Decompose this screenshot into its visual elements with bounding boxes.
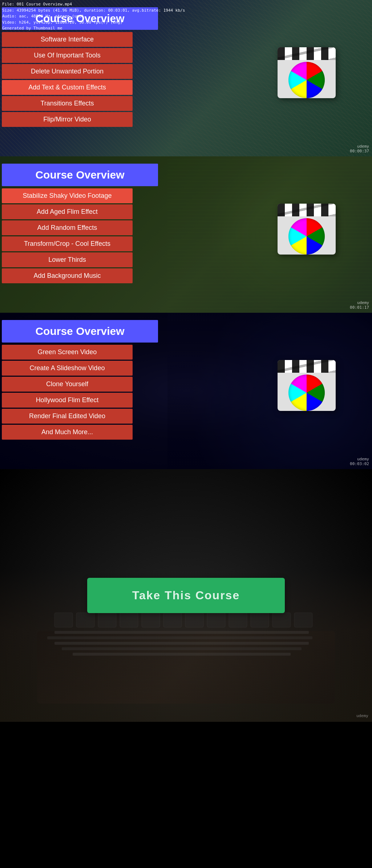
section-2-watermark: udemy 00:01:17 — [350, 300, 369, 310]
section-2-item-4: Lower Thirds — [2, 252, 133, 267]
svg-rect-0 — [54, 631, 309, 634]
file-info-line5: Generated by Thumbnail me — [2, 25, 185, 32]
timestamp-1: 00:00:37 — [350, 149, 369, 153]
section-3-content: Course Overview Green Screen Video Creat… — [0, 313, 131, 448]
clap-strip-2 — [278, 204, 336, 216]
svg-rect-14 — [251, 613, 269, 627]
section-3-inner: Course Overview Green Screen Video Creat… — [0, 313, 372, 469]
section-1-item-2: Delete Unwanted Portion — [2, 64, 133, 79]
take-course-button[interactable]: Take This Course — [87, 578, 285, 613]
section-3-item-3: Hollywood Flim Effect — [2, 393, 133, 408]
section-1-item-5: Flip/Mirror Video — [2, 112, 133, 127]
svg-rect-15 — [272, 613, 291, 627]
udemy-label-1: udemy — [350, 144, 369, 149]
udemy-label-3: udemy — [350, 457, 369, 461]
svg-rect-6 — [76, 613, 94, 627]
section-2: Course Overview Stabilize Shaky Video Fo… — [0, 156, 372, 313]
section-2-item-1: Add Aged Flim Effect — [2, 204, 133, 219]
clap-body-3 — [278, 360, 336, 411]
section-3: Course Overview Green Screen Video Creat… — [0, 313, 372, 469]
clap-color-wheel-3 — [288, 375, 325, 411]
file-info: File: 001 Course Overview.mp4 Size: 4399… — [0, 0, 187, 33]
file-info-line4: Video: h264, yuv420p, 1280x720, 30.00 fp… — [2, 20, 185, 26]
section-2-content: Course Overview Stabilize Shaky Video Fo… — [0, 156, 131, 292]
clap-strip-3 — [278, 360, 336, 373]
take-course-udemy-watermark: udemy — [356, 713, 368, 718]
section-1-item-3: Add Text & Custom Effects — [2, 80, 133, 95]
svg-rect-16 — [294, 613, 312, 627]
svg-rect-2 — [54, 642, 309, 645]
section-3-item-5: And Much More... — [2, 425, 133, 440]
section-3-item-4: Render Final Edited Video — [2, 409, 133, 424]
section-2-inner: Course Overview Stabilize Shaky Video Fo… — [0, 156, 372, 313]
clap-body-2 — [278, 204, 336, 255]
clap-color-wheel-2 — [288, 218, 325, 255]
section-3-watermark: udemy 00:03:02 — [350, 457, 369, 466]
svg-rect-8 — [120, 613, 138, 627]
section-2-item-0: Stabilize Shaky Video Footage — [2, 188, 133, 203]
timestamp-2: 00:01:17 — [350, 305, 369, 310]
clapperboard-3 — [278, 360, 343, 422]
section-2-item-2: Add Random Effects — [2, 220, 133, 235]
udemy-label-bottom: udemy — [356, 713, 368, 718]
svg-rect-13 — [229, 613, 247, 627]
section-1-item-1: Use Of Important Tools — [2, 48, 133, 63]
section-2-item-3: Transform/Crop - Cool Effects — [2, 236, 133, 251]
svg-rect-7 — [98, 613, 116, 627]
section-1-item-4: Transitions Effects — [2, 96, 133, 111]
section-3-item-1: Create A Slideshow Video — [2, 361, 133, 376]
section-1-watermark: udemy 00:00:37 — [350, 144, 369, 153]
section-3-header: Course Overview — [2, 320, 158, 343]
svg-rect-11 — [185, 613, 203, 627]
file-info-line3: Audio: aac, 48000 Hz, stereo (und) — [2, 13, 185, 20]
clap-strip-1 — [278, 47, 336, 60]
clapperboard-1 — [278, 47, 343, 109]
file-info-line2: Size: 43994254 bytes (41.96 MiB), durati… — [2, 8, 185, 14]
take-course-section: Take This Course udemy — [0, 469, 372, 722]
udemy-label-2: udemy — [350, 300, 369, 305]
svg-rect-10 — [163, 613, 182, 627]
svg-rect-4 — [73, 653, 291, 656]
section-2-header: Course Overview — [2, 164, 158, 186]
clap-body-1 — [278, 47, 336, 98]
section-1-item-0: Software Interface — [2, 32, 133, 47]
section-2-item-5: Add Background Music — [2, 268, 133, 283]
clap-color-wheel-1 — [288, 62, 325, 98]
svg-rect-12 — [207, 613, 225, 627]
section-3-item-0: Green Screen Video — [2, 345, 133, 360]
svg-rect-9 — [142, 613, 160, 627]
clapperboard-2 — [278, 204, 343, 265]
file-info-line1: File: 001 Course Overview.mp4 — [2, 1, 185, 8]
timestamp-3: 00:03:02 — [350, 461, 369, 466]
svg-rect-1 — [47, 636, 312, 639]
svg-rect-5 — [54, 613, 73, 627]
svg-rect-3 — [62, 647, 302, 650]
section-3-item-2: Clone Yourself — [2, 377, 133, 392]
